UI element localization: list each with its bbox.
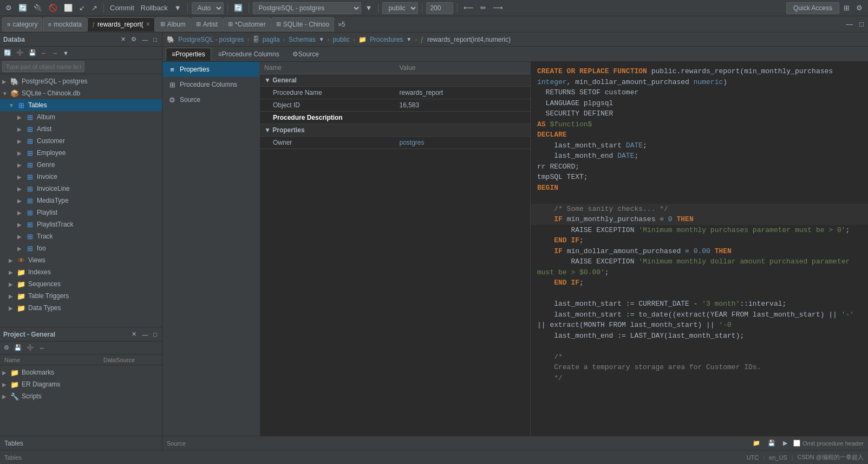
toolbar-icon-4[interactable]: 🚫	[47, 3, 60, 13]
db-panel-settings[interactable]: ⚙	[129, 35, 138, 43]
tree-item-views[interactable]: ▶ 👁 Views	[0, 254, 162, 266]
breadcrumb-schemas-dropdown[interactable]: ▼	[319, 36, 324, 42]
breadcrumb-procedures-dropdown[interactable]: ▼	[406, 36, 412, 42]
toolbar-icon-nav2[interactable]: ✏	[478, 3, 488, 13]
tab-album[interactable]: ⊞ Album	[155, 17, 191, 31]
schema-select[interactable]: public	[382, 2, 418, 14]
toolbar-icon-6[interactable]: ↙	[77, 3, 87, 13]
tree-item-indexes[interactable]: ▶ 📁 Indexes	[0, 266, 162, 278]
tree-item-album[interactable]: ▶ ⊞ Album	[0, 111, 162, 123]
toolbar-icon-7[interactable]: ↗	[89, 3, 100, 13]
toolbar-sep-1	[103, 3, 104, 13]
proj-panel-minimize[interactable]: —	[140, 331, 149, 338]
tree-arrow-mediatype: ▶	[17, 198, 25, 204]
tree-item-playlisttrack[interactable]: ▶ ⊞ PlaylistTrack	[0, 218, 162, 230]
quick-access-button[interactable]: Quick Access	[786, 2, 839, 14]
props-row-object-id-val: 16,583	[395, 99, 531, 112]
tabs-overflow[interactable]: »5	[335, 21, 348, 28]
prop-tab-properties[interactable]: ≡ Properties	[166, 48, 211, 61]
tab-artist[interactable]: ⊞ Artist	[191, 17, 223, 31]
tree-item-employee[interactable]: ▶ ⊞ Employee	[0, 147, 162, 159]
tree-item-foo[interactable]: ▶ ⊞ foo	[0, 242, 162, 254]
proj-panel-maximize[interactable]: □	[152, 331, 159, 338]
breadcrumb-db[interactable]: PostgreSQL - postgres	[178, 36, 244, 43]
db-add[interactable]: ➕	[15, 49, 25, 57]
props-row-owner-val[interactable]: postgres	[395, 137, 531, 149]
omit-header-checkbox[interactable]	[793, 440, 800, 447]
tab-mockdata[interactable]: ≡ mockdata	[43, 17, 86, 31]
code-line-11: BEGIN	[537, 183, 862, 194]
db-refresh[interactable]: 🔄	[2, 49, 13, 57]
tab-customer[interactable]: ⊞ *Customer	[223, 17, 271, 31]
connection-dropdown[interactable]: ▼	[363, 3, 375, 13]
props-owner-link[interactable]: postgres	[400, 139, 425, 146]
tree-item-bookmarks[interactable]: ▶ 📁 Bookmarks	[0, 366, 162, 378]
status-export-btn[interactable]: 📁	[751, 439, 762, 447]
breadcrumb-public[interactable]: public	[333, 36, 350, 43]
toolbar-icon-right2[interactable]: ⚙	[854, 3, 865, 13]
prop-sidebar-procedure-columns[interactable]: ⊞ Procedure Columns	[162, 77, 259, 92]
db-arrow-right[interactable]: →	[50, 49, 60, 57]
proj-connect[interactable]: ↔	[37, 344, 47, 352]
tree-label-playlist: Playlist	[37, 209, 57, 216]
prop-tab-procedure-columns[interactable]: ≡ Procedure Columns	[212, 48, 285, 61]
db-panel-maximize[interactable]: □	[152, 36, 159, 43]
tree-item-postgresql[interactable]: ▶ 🐘 PostgreSQL - postgres	[0, 75, 162, 87]
transaction-menu[interactable]: ▼	[172, 3, 184, 13]
toolbar-icon-nav3[interactable]: ⟶	[491, 3, 505, 13]
tree-item-customer[interactable]: ▶ ⊞ Customer	[0, 135, 162, 147]
tab-rewards-close[interactable]: ✕	[146, 21, 150, 27]
tree-item-playlist[interactable]: ▶ ⊞ Playlist	[0, 207, 162, 218]
db-arrow-left[interactable]: ←	[40, 49, 49, 57]
tabs-minimize[interactable]: —	[844, 19, 855, 29]
db-panel-close-btn[interactable]: ✕	[119, 35, 127, 43]
tree-item-invoiceline[interactable]: ▶ ⊞ InvoiceLine	[0, 183, 162, 195]
toolbar-icon-nav1[interactable]: ⟵	[461, 3, 476, 13]
tree-item-scripts[interactable]: ▶ 🔧 Scripts	[0, 390, 162, 402]
tree-item-track[interactable]: ▶ ⊞ Track	[0, 230, 162, 242]
tab-rewards-report[interactable]: ƒ rewards_report( ✕	[87, 17, 155, 31]
tabs-maximize[interactable]: □	[857, 19, 866, 29]
auto-select[interactable]: Auto	[192, 2, 224, 14]
toolbar-icon-right1[interactable]: ⊞	[841, 3, 852, 13]
commit-button[interactable]: Commit	[108, 3, 136, 13]
tree-icon-bookmarks: 📁	[10, 368, 19, 377]
proj-save[interactable]: 💾	[12, 344, 23, 352]
db-filter-input[interactable]	[2, 61, 84, 72]
tab-sqlite-chinoo[interactable]: ⊞ SQLite - Chinoo	[271, 17, 334, 31]
prop-sidebar-properties[interactable]: ≡ Properties	[162, 62, 259, 77]
tree-item-data-types[interactable]: ▶ 📁 Data Types	[0, 302, 162, 314]
tree-item-er-diagrams[interactable]: ▶ 📁 ER Diagrams	[0, 378, 162, 390]
limit-input[interactable]	[426, 2, 453, 14]
db-save[interactable]: 💾	[27, 49, 38, 57]
tree-item-sequences[interactable]: ▶ 📁 Sequences	[0, 278, 162, 290]
tree-item-mediatype[interactable]: ▶ ⊞ MediaType	[0, 195, 162, 207]
toolbar-icon-5[interactable]: ⬜	[62, 3, 75, 13]
prop-tab-source[interactable]: ⚙ Source	[286, 48, 325, 61]
prop-sidebar-source[interactable]: ⚙ Source	[162, 92, 259, 107]
proj-panel-close[interactable]: ✕	[130, 330, 138, 338]
connection-select[interactable]: PostgreSQL - postgres	[253, 2, 361, 14]
tree-item-table-triggers[interactable]: ▶ 📁 Table Triggers	[0, 290, 162, 302]
proj-settings[interactable]: ⚙	[2, 344, 11, 352]
proj-add[interactable]: ➕	[25, 344, 36, 352]
toolbar-icon-2[interactable]: 🔄	[16, 3, 29, 13]
status-run-btn[interactable]: ▶	[781, 439, 789, 447]
tab-category[interactable]: ≡ category	[2, 17, 42, 31]
toolbar-icon-1[interactable]: ⚙	[3, 3, 14, 13]
tree-item-tables[interactable]: ▼ ⊞ Tables	[0, 99, 162, 111]
tree-item-genre[interactable]: ▶ ⊞ Genre	[0, 159, 162, 171]
breadcrumb-schemas[interactable]: Schemas	[289, 36, 316, 43]
status-save-btn[interactable]: 💾	[766, 439, 777, 447]
db-panel-minimize[interactable]: —	[140, 36, 149, 43]
code-area[interactable]: CREATE OR REPLACE FUNCTION public.reward…	[531, 62, 868, 436]
breadcrumb-procedures[interactable]: Procedures	[370, 36, 403, 43]
toolbar-icon-3[interactable]: 🔌	[31, 3, 44, 13]
tree-item-artist[interactable]: ▶ ⊞ Artist	[0, 123, 162, 135]
breadcrumb-pagila[interactable]: pagila	[263, 36, 280, 43]
db-expand[interactable]: ▼	[61, 49, 70, 57]
toolbar-icon-refresh[interactable]: 🔄	[232, 3, 245, 13]
tree-item-invoice[interactable]: ▶ ⊞ Invoice	[0, 171, 162, 183]
rollback-button[interactable]: Rollback	[139, 3, 170, 13]
tree-item-sqlite[interactable]: ▼ 📦 SQLite - Chinook.db	[0, 87, 162, 99]
